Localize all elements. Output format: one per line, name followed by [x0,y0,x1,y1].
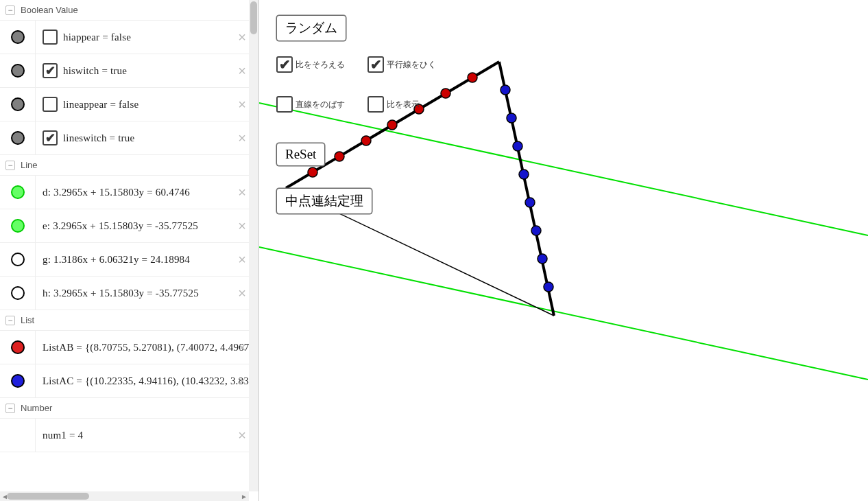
geometry-stage[interactable] [259,0,868,501]
section-label: Boolean Value [21,5,78,15]
section-label: Line [21,160,38,170]
checkbox[interactable] [43,30,58,45]
svg-line-0 [259,103,868,235]
svg-point-15 [519,170,529,179]
collapse-icon[interactable]: − [5,316,15,325]
svg-point-11 [308,167,317,177]
section-header-number[interactable]: − Number [0,398,258,419]
delete-icon[interactable]: × [238,185,246,200]
visibility-toggle[interactable] [0,54,36,87]
object-definition: hiappear = false [63,32,131,43]
section-label: Number [21,403,52,413]
svg-point-17 [531,226,541,235]
svg-point-6 [441,89,450,98]
visibility-toggle[interactable] [0,121,36,154]
object-definition: ListAC = {(10.22335, 4.94116), (10.43232… [43,375,258,387]
checkbox-extend-line[interactable]: 直線をのばす [276,96,345,113]
scrollbar-vertical[interactable] [249,0,258,491]
svg-point-9 [361,136,371,145]
section-header-line[interactable]: − Line [0,155,258,176]
collapse-icon[interactable]: − [5,5,15,15]
object-definition: hiswitch = true [63,65,127,77]
scrollbar-horizontal[interactable]: ◄ ► [0,491,249,501]
svg-line-1 [259,247,868,380]
delete-icon[interactable]: × [238,428,246,443]
section-header-list[interactable]: − List [0,310,258,331]
delete-icon[interactable]: × [238,30,246,45]
collapse-icon[interactable]: − [5,161,15,170]
svg-point-16 [525,198,535,207]
alg-row-hiswitch[interactable]: ✔ hiswitch = true × [0,54,258,88]
delete-icon[interactable]: × [238,218,246,234]
delete-icon[interactable]: × [238,130,246,146]
alg-row-hiappear[interactable]: hiappear = false × [0,21,258,54]
object-definition: d: 3.2965x + 15.15803y = 60.4746 [43,187,190,198]
algebra-panel: − Boolean Value hiappear = false × ✔ his… [0,0,259,501]
object-definition: lineswitch = true [63,132,134,144]
delete-icon[interactable]: × [238,286,246,301]
checkbox[interactable] [43,97,58,112]
random-button[interactable]: ランダム [276,15,346,41]
checkbox-show-ratio[interactable]: 比を表示 [367,96,420,113]
arrow-left-icon[interactable]: ◄ [0,491,10,501]
svg-point-19 [544,282,553,292]
checkbox-label: 平行線をひく [387,59,436,71]
visibility-toggle[interactable] [0,21,36,54]
section-label: List [21,315,34,325]
delete-icon[interactable]: × [238,63,246,79]
checkbox-box[interactable] [367,96,384,113]
checkbox-box[interactable] [276,96,293,113]
checkbox-box[interactable]: ✔ [367,56,384,73]
visibility-toggle[interactable] [0,364,36,397]
svg-line-3 [499,62,554,316]
checkbox[interactable]: ✔ [43,130,58,145]
visibility-toggle[interactable] [0,243,36,276]
svg-point-14 [513,141,522,151]
checkbox-label: 比をそろえる [296,59,345,71]
object-definition: h: 3.2965x + 15.15803y = -35.77525 [43,288,199,299]
svg-point-13 [507,113,516,123]
visibility-toggle[interactable] [0,209,36,242]
svg-point-12 [501,85,510,95]
visibility-toggle[interactable] [0,277,36,310]
graphics-view[interactable]: ランダム ReSet 中点連結定理 ✔ 比をそろえる ✔ 平行線をひく 直線をの… [259,0,868,501]
alg-row-listab[interactable]: ListAB = {(8.70755, 5.27081), (7.40072, … [0,331,258,364]
delete-icon[interactable]: × [238,340,246,356]
alg-row-line-h[interactable]: h: 3.2965x + 15.15803y = -35.77525 × [0,277,258,310]
alg-row-line-g[interactable]: g: 1.3186x + 6.06321y = 24.18984 × [0,243,258,277]
svg-point-8 [387,120,397,130]
checkbox-box[interactable]: ✔ [276,56,293,73]
delete-icon[interactable]: × [238,97,246,113]
checkbox-label: 直線をのばす [296,99,345,110]
alg-row-lineappear[interactable]: lineappear = false × [0,88,258,121]
alg-row-listac[interactable]: ListAC = {(10.22335, 4.94116), (10.43232… [0,364,258,398]
reset-button[interactable]: ReSet [276,143,325,166]
svg-point-5 [468,73,477,82]
section-header-boolean[interactable]: − Boolean Value [0,0,258,21]
svg-point-10 [335,152,344,161]
checkbox-label: 比を表示 [387,99,420,110]
checkbox[interactable]: ✔ [43,63,58,78]
alg-row-num1[interactable]: num1 = 4 × [0,419,258,452]
delete-icon[interactable]: × [238,373,246,389]
svg-point-18 [538,254,547,264]
visibility-toggle[interactable] [0,419,36,452]
alg-row-line-e[interactable]: e: 3.2965x + 15.15803y = -35.77525 × [0,209,258,243]
alg-row-lineswitch[interactable]: ✔ lineswitch = true × [0,121,258,155]
visibility-toggle[interactable] [0,176,36,209]
midsegment-button[interactable]: 中点連結定理 [276,188,372,214]
object-definition: num1 = 4 [43,430,83,441]
object-definition: lineappear = false [63,99,138,110]
delete-icon[interactable]: × [238,252,246,268]
alg-row-line-d[interactable]: d: 3.2965x + 15.15803y = 60.4746 × [0,176,258,209]
object-definition: ListAB = {(8.70755, 5.27081), (7.40072, … [43,342,258,353]
arrow-right-icon[interactable]: ► [239,491,249,501]
visibility-toggle[interactable] [0,88,36,121]
checkbox-ratio-align[interactable]: ✔ 比をそろえる [276,56,345,73]
checkbox-draw-parallel[interactable]: ✔ 平行線をひく [367,56,436,73]
collapse-icon[interactable]: − [5,404,15,413]
object-definition: e: 3.2965x + 15.15803y = -35.77525 [43,220,198,232]
visibility-toggle[interactable] [0,331,36,364]
object-definition: g: 1.3186x + 6.06321y = 24.18984 [43,254,190,266]
